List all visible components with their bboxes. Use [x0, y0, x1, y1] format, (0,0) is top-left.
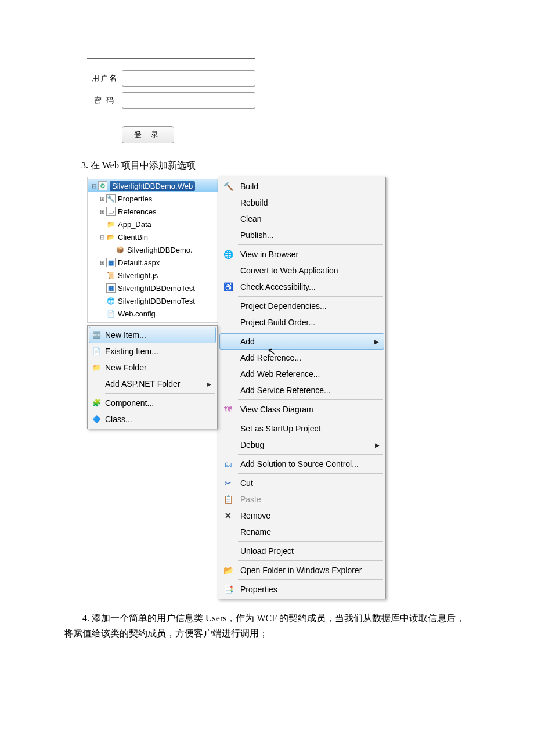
login-button[interactable]: 登 录	[122, 126, 174, 143]
menu-remove[interactable]: ✕ Remove	[219, 507, 384, 524]
tree-row[interactable]: ▦ SilverlightDBDemoTest	[88, 282, 218, 294]
menu-build-order[interactable]: Project Build Order...	[219, 314, 384, 330]
tree-project-node[interactable]: ⊟ ⚙ SilverlightDBDemo.Web	[88, 179, 218, 192]
tree-row[interactable]: 📜 Silverlight.js	[88, 269, 218, 282]
open-folder-icon: 📂	[223, 565, 233, 575]
menu-cut[interactable]: ✂ Cut	[219, 475, 384, 491]
properties-icon: 📑	[223, 584, 233, 595]
menu-accessibility[interactable]: ♿ Check Accessibility...	[219, 279, 384, 295]
mouse-cursor-icon: ↖	[266, 344, 276, 358]
build-icon: 🔨	[223, 181, 233, 192]
tree-row[interactable]: 📦 SilverlightDBDemo.	[88, 243, 218, 256]
step4-text: 4. 添加一个简单的用户信息类 Users，作为 WCF 的契约成员，当我们从数…	[64, 611, 470, 640]
menu-publish[interactable]: Publish...	[219, 227, 384, 243]
tree-row[interactable]: 📄 Web.config	[88, 307, 218, 320]
aspx-icon: ▦	[106, 283, 116, 293]
password-label: 密 码	[87, 95, 122, 106]
submenu-new-folder[interactable]: 📁 New Folder	[89, 359, 216, 376]
remove-icon: ✕	[223, 510, 233, 521]
properties-icon: 🔧	[106, 194, 116, 203]
menu-paste: 📋 Paste	[219, 491, 384, 507]
class-diagram-icon: 🗺	[223, 404, 233, 415]
context-menu: 🔨 Build Rebuild Clean Publish... 🌐 View …	[218, 177, 386, 599]
component-icon: 🧩	[91, 398, 102, 408]
menu-rebuild[interactable]: Rebuild	[219, 195, 384, 211]
tree-row[interactable]: 🌐 SilverlightDBDemoTest	[88, 294, 218, 307]
folder-icon: 📁	[106, 219, 116, 229]
menu-startup[interactable]: Set as StartUp Project	[219, 420, 384, 437]
menu-rename[interactable]: Rename	[219, 524, 384, 540]
browser-icon: 🌐	[223, 249, 233, 260]
step3-text: 3. 在 Web 项目中添加新选项	[81, 160, 470, 172]
menu-class-diagram[interactable]: 🗺 View Class Diagram	[219, 401, 384, 417]
source-control-icon: 🗂	[223, 459, 233, 469]
menu-open-folder[interactable]: 📂 Open Folder in Windows Explorer	[219, 562, 384, 578]
config-icon: 📄	[106, 309, 116, 318]
accessibility-icon: ♿	[223, 282, 233, 292]
menu-add-service-reference[interactable]: Add Service Reference...	[219, 382, 384, 398]
tree-row[interactable]: ⊞ ▦ Default.aspx	[88, 256, 218, 269]
solution-tree: ⊟ ⚙ SilverlightDBDemo.Web ⊞ 🔧 Properties…	[87, 177, 218, 323]
menu-properties[interactable]: 📑 Properties	[219, 581, 384, 597]
chevron-right-icon: ▶	[375, 442, 380, 448]
tree-row[interactable]: ⊞ 🔧 Properties	[88, 192, 218, 205]
aspx-icon: ▦	[106, 258, 116, 267]
paste-icon: 📋	[223, 494, 233, 505]
new-folder-icon: 📁	[91, 362, 102, 373]
ide-screenshot: www.bdocx.com ⊟ ⚙ SilverlightDBDemo.Web …	[87, 177, 470, 599]
submenu-class[interactable]: 🔷 Class...	[89, 411, 216, 427]
tree-row[interactable]: 📁 App_Data	[88, 218, 218, 231]
menu-debug[interactable]: Debug ▶	[219, 437, 384, 453]
chevron-right-icon: ▶	[374, 339, 379, 345]
references-icon: ▭	[106, 207, 116, 216]
menu-source-control[interactable]: 🗂 Add Solution to Source Control...	[219, 456, 384, 472]
menu-convert[interactable]: Convert to Web Application	[219, 262, 384, 279]
username-label: 用户名	[87, 73, 122, 84]
submenu-existing-item[interactable]: 📄 Existing Item...	[89, 343, 216, 359]
class-icon: 🔷	[91, 414, 102, 424]
menu-view-browser[interactable]: 🌐 View in Browser	[219, 246, 384, 262]
html-icon: 🌐	[106, 296, 116, 305]
js-icon: 📜	[106, 271, 116, 280]
menu-add[interactable]: Add ▶	[219, 333, 384, 350]
menu-build[interactable]: 🔨 Build	[219, 178, 384, 195]
login-form: 用户名 密 码 登 录	[87, 58, 255, 143]
add-submenu: 🆕 New Item... 📄 Existing Item... 📁 New F…	[87, 325, 218, 429]
submenu-component[interactable]: 🧩 Component...	[89, 395, 216, 411]
menu-add-reference[interactable]: Add Reference...	[219, 350, 384, 366]
menu-project-deps[interactable]: Project Dependencies...	[219, 298, 384, 314]
folder-open-icon: 📂	[106, 232, 116, 242]
password-input[interactable]	[122, 92, 255, 109]
menu-unload[interactable]: Unload Project	[219, 543, 384, 559]
submenu-aspnet-folder[interactable]: Add ASP.NET Folder ▶	[89, 376, 216, 392]
submenu-new-item[interactable]: 🆕 New Item...	[89, 327, 216, 343]
tree-row[interactable]: ⊟ 📂 ClientBin	[88, 231, 218, 243]
menu-add-web-reference[interactable]: Add Web Reference...	[219, 366, 384, 382]
chevron-right-icon: ▶	[207, 381, 211, 387]
menu-clean[interactable]: Clean	[219, 211, 384, 227]
new-item-icon: 🆕	[91, 330, 102, 340]
existing-item-icon: 📄	[91, 346, 102, 357]
cut-icon: ✂	[223, 478, 233, 488]
project-icon: ⚙	[98, 181, 107, 190]
username-input[interactable]	[122, 70, 255, 87]
xap-icon: 📦	[116, 245, 125, 254]
tree-row[interactable]: ⊞ ▭ References	[88, 205, 218, 218]
